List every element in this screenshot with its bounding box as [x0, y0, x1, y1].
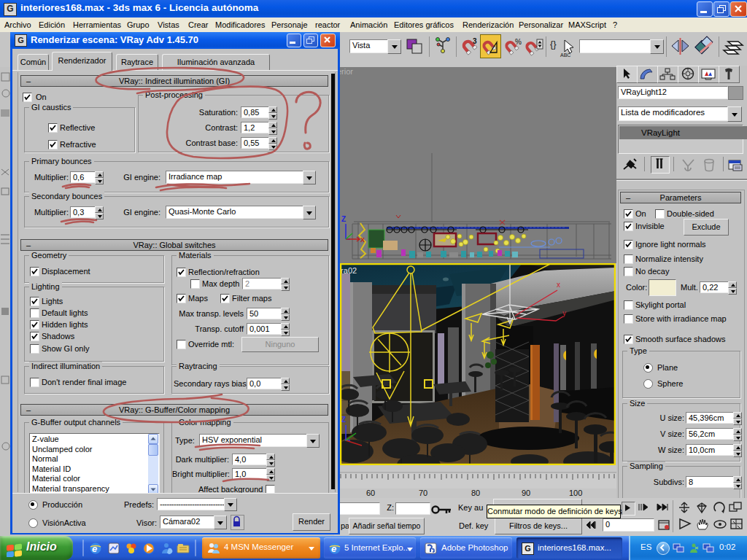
svg-text:erior: erior — [340, 67, 353, 76]
svg-text:Z: Z — [341, 416, 346, 424]
svg-text:%: % — [515, 38, 522, 46]
svg-text:ara02: ara02 — [340, 266, 357, 275]
svg-text:90: 90 — [522, 489, 530, 497]
svg-text:x: x — [557, 281, 560, 289]
svg-text:Z: Z — [341, 215, 346, 223]
svg-text:100: 100 — [569, 489, 582, 497]
svg-text:ABC: ABC — [560, 52, 570, 58]
svg-text:X: X — [360, 236, 365, 244]
svg-text:e: e — [331, 543, 336, 554]
svg-text:80: 80 — [471, 489, 480, 497]
svg-text:{}: {} — [550, 39, 557, 50]
svg-text:70: 70 — [419, 489, 427, 497]
svg-text:e: e — [92, 543, 97, 554]
svg-text:3: 3 — [473, 37, 477, 45]
svg-text:y: y — [562, 309, 566, 317]
svg-text:60: 60 — [366, 489, 375, 497]
